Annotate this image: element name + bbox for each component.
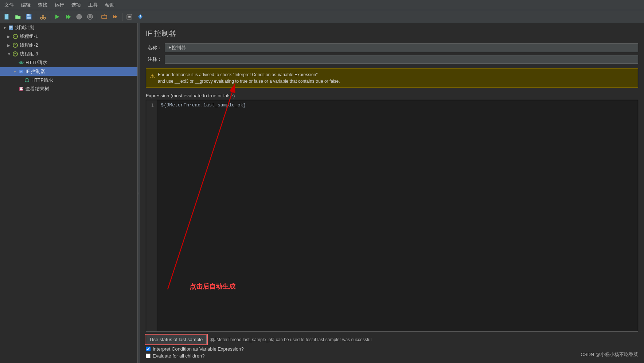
sidebar-item-thread-group-2[interactable]: ▶ 线程组-2 [0, 41, 137, 50]
svg-marker-11 [68, 15, 71, 19]
open-folder-button[interactable] [13, 12, 23, 22]
evaluate-children-row: Evaluate for all children? [146, 353, 638, 359]
warning-icon: ⚠ [150, 72, 155, 85]
svg-rect-14 [89, 15, 91, 18]
svg-rect-4 [27, 17, 31, 19]
svg-rect-3 [27, 14, 30, 16]
clear-button[interactable]: ≡ [125, 12, 134, 22]
svg-marker-18 [115, 15, 117, 19]
svg-rect-34 [21, 87, 23, 88]
toolbar: ≡ ? [0, 10, 644, 23]
bottom-row1: Use status of last sample ${JMeterThread… [146, 335, 638, 344]
name-input[interactable] [165, 43, 638, 52]
remote-start-all-button[interactable] [110, 12, 120, 22]
watermark: CSDN @小杨小杨不吃香菜 [581, 351, 638, 358]
start-no-pause-button[interactable] [63, 12, 73, 22]
start-button[interactable] [52, 12, 62, 22]
interpret-condition-checkbox[interactable] [146, 347, 151, 351]
comment-label: 注释： [146, 56, 162, 63]
bottom-area: Use status of last sample ${JMeterThread… [140, 332, 644, 363]
evaluate-children-checkbox[interactable] [146, 354, 151, 358]
svg-marker-9 [55, 15, 59, 19]
sidebar-item-test-plan[interactable]: ▼ 测试计划 [0, 23, 137, 32]
sidebar-item-http-request-1[interactable]: ▶ HTTP请求 [0, 58, 137, 67]
sidebar-item-http-request-2[interactable]: ▶ HTTP请求 [0, 76, 137, 85]
use-status-button[interactable]: Use status of last sample [146, 335, 207, 344]
svg-rect-36 [20, 89, 21, 90]
sidebar-item-thread-group-3[interactable]: ▼ 线程组-3 [0, 50, 137, 58]
svg-text:≡: ≡ [128, 15, 130, 20]
svg-rect-32 [19, 87, 23, 91]
thread-group-2-icon [12, 42, 18, 48]
warning-text: For performance it is advised to check "… [158, 71, 340, 85]
code-content[interactable]: ${JMeterThread.last_sample_ok} [157, 100, 638, 331]
sidebar-item-if-controller[interactable]: ▼ IF IF 控制器 [0, 67, 137, 76]
http-request-2-icon [24, 77, 30, 83]
expression-row: Expression (must evaluate to true or fal… [140, 91, 644, 100]
thread-group-3-label: 线程组-3 [20, 51, 38, 57]
svg-text:?: ? [139, 15, 141, 19]
status-description: ${JMeterThread.last_sample_ok} can be us… [210, 337, 371, 342]
svg-marker-10 [66, 15, 69, 19]
arrow-test-plan: ▼ [3, 26, 8, 30]
menu-file[interactable]: 文件 [3, 1, 15, 9]
interpret-condition-label[interactable]: Interpret Condition as Variable Expressi… [153, 346, 244, 352]
menu-help[interactable]: 帮助 [104, 1, 116, 9]
svg-rect-15 [102, 15, 107, 19]
sidebar-item-view-results[interactable]: ▶ 查看结果树 [0, 85, 137, 93]
sidebar: ▼ 测试计划 ▶ 线程组-1 ▶ 线程组-2 ▼ [0, 23, 138, 363]
thread-group-2-label: 线程组-2 [20, 42, 38, 48]
svg-rect-33 [20, 87, 21, 89]
comment-input[interactable] [165, 55, 638, 64]
cut-button[interactable] [38, 12, 48, 22]
if-controller-label: IF 控制器 [26, 68, 45, 75]
thread-group-3-icon [12, 51, 18, 57]
svg-text:IF: IF [20, 70, 22, 73]
interpret-condition-row: Interpret Condition as Variable Expressi… [146, 346, 638, 352]
comment-row: 注释： [140, 54, 644, 65]
main-layout: ▼ 测试计划 ▶ 线程组-1 ▶ 线程组-2 ▼ [0, 23, 644, 363]
view-results-icon [18, 86, 24, 92]
shutdown-button[interactable] [85, 12, 95, 22]
http-request-2-label: HTTP请求 [31, 77, 53, 83]
arrow-thread-3: ▼ [7, 52, 12, 56]
menubar: 文件 编辑 查找 运行 选项 工具 帮助 [0, 0, 644, 10]
svg-point-26 [13, 34, 17, 39]
svg-point-27 [13, 43, 17, 47]
svg-rect-37 [21, 89, 23, 90]
http-request-1-label: HTTP请求 [26, 59, 47, 66]
warning-box: ⚠ For performance it is advised to check… [146, 68, 638, 88]
evaluate-children-label[interactable]: Evaluate for all children? [153, 353, 204, 359]
svg-rect-35 [21, 88, 22, 89]
thread-group-1-icon [12, 34, 18, 39]
code-editor[interactable]: 1 ${JMeterThread.last_sample_ok} [146, 100, 638, 332]
svg-point-28 [13, 52, 17, 56]
save-button[interactable] [24, 12, 34, 22]
expression-label: Expression (must evaluate to true or fal… [146, 92, 235, 98]
toolbar-sep-1 [36, 13, 36, 21]
name-row: 名称： [140, 42, 644, 54]
clear-all-button[interactable]: ? [136, 12, 145, 22]
test-plan-label: 测试计划 [15, 24, 34, 31]
menu-tools[interactable]: 工具 [87, 1, 99, 9]
content-area: IF 控制器 名称： 注释： ⚠ For performance it is a… [140, 23, 644, 363]
line-number-1: 1 [151, 102, 154, 108]
menu-options[interactable]: 选项 [70, 1, 82, 9]
test-plan-icon [8, 25, 14, 31]
menu-find[interactable]: 查找 [36, 1, 49, 9]
arrow-if: ▼ [13, 70, 18, 74]
menu-run[interactable]: 运行 [53, 1, 66, 9]
toolbar-sep-4 [122, 13, 122, 21]
http-request-1-icon [18, 60, 24, 66]
sidebar-item-thread-group-1[interactable]: ▶ 线程组-1 [0, 32, 137, 41]
stop-button[interactable] [74, 12, 84, 22]
arrow-thread-1: ▶ [7, 35, 12, 39]
new-button[interactable] [2, 12, 12, 22]
view-results-label: 查看结果树 [26, 86, 49, 92]
svg-rect-38 [21, 90, 22, 90]
remote-start-button[interactable] [99, 12, 109, 22]
name-label: 名称： [146, 44, 162, 51]
menu-edit[interactable]: 编辑 [20, 1, 32, 9]
panel-title: IF 控制器 [140, 23, 644, 42]
toolbar-sep-2 [50, 13, 50, 21]
